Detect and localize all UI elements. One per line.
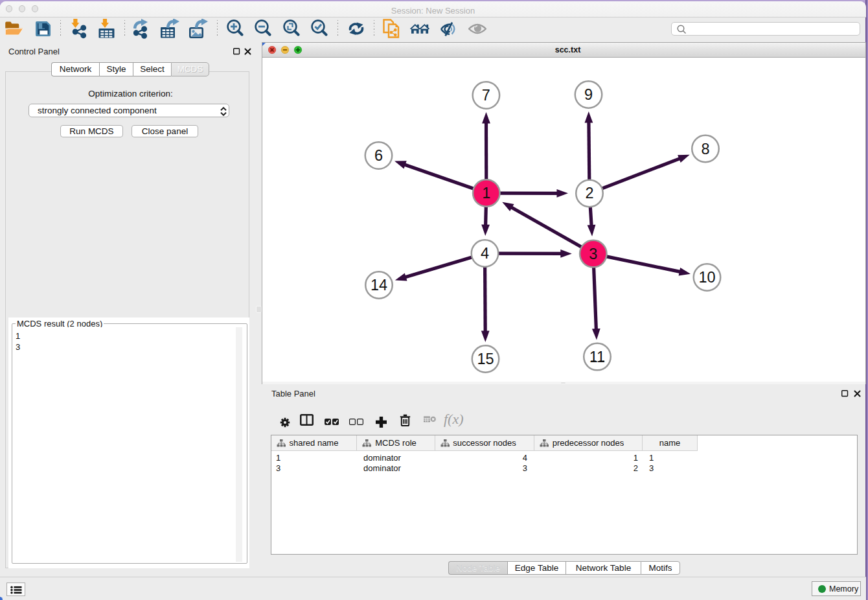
svg-text:7: 7 [482,87,490,104]
svg-text:2: 2 [585,185,593,202]
svg-text:6: 6 [374,147,383,164]
svg-text:1: 1 [482,185,490,202]
svg-text:9: 9 [584,86,593,103]
svg-text:10: 10 [698,269,715,286]
svg-text:15: 15 [477,351,494,367]
svg-text:8: 8 [701,141,709,157]
svg-text:4: 4 [481,245,489,262]
svg-text:3: 3 [589,246,597,262]
svg-text:11: 11 [589,349,605,365]
svg-text:14: 14 [371,277,387,294]
